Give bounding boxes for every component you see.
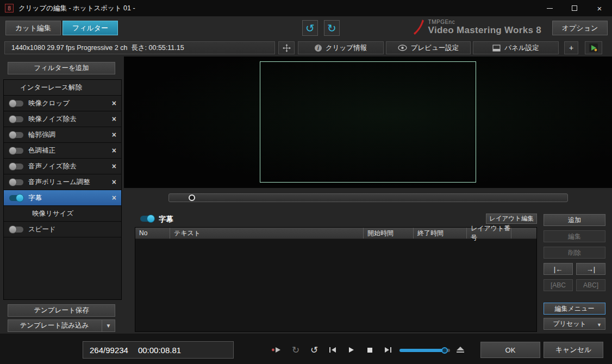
- app-window: 8 クリップの編集 - ホットスポット 01 - × カット編集 フィルター ↺…: [0, 0, 612, 364]
- seek-bar[interactable]: [168, 193, 568, 202]
- cancel-button[interactable]: キャンセル: [544, 342, 603, 358]
- add-panel-button[interactable]: +: [564, 41, 578, 54]
- edit-menu-button[interactable]: 編集メニュー: [544, 303, 605, 315]
- skip-back-icon: [328, 346, 337, 354]
- maximize-button[interactable]: [562, 0, 587, 16]
- tab-filter[interactable]: フィルター: [63, 21, 118, 35]
- plus-icon: +: [569, 43, 573, 52]
- video-noise-toggle[interactable]: [9, 116, 23, 122]
- filter-item-audio-noise[interactable]: 音声ノイズ除去 ×: [4, 159, 121, 174]
- filter-item-sharpen[interactable]: 輪郭強調 ×: [4, 127, 121, 143]
- remove-filter-icon[interactable]: ×: [112, 99, 116, 107]
- subtitle-table: No テキスト 開始時間 終了時間 レイアウト番号: [135, 227, 537, 332]
- remove-filter-icon[interactable]: ×: [112, 178, 116, 186]
- go-to-end-button[interactable]: [383, 346, 394, 354]
- minimize-button[interactable]: [537, 0, 562, 16]
- play-button[interactable]: [346, 346, 357, 354]
- filter-item-speed[interactable]: スピード: [4, 222, 121, 237]
- eject-button[interactable]: [457, 347, 464, 353]
- eye-icon: [398, 45, 407, 51]
- panel-layout-icon: [492, 45, 501, 52]
- filter-list: インターレース解除 映像クロップ × 映像ノイズ除去 × 輪郭強調 × 色調補正…: [3, 79, 122, 300]
- filter-item-deinterlace[interactable]: インターレース解除: [4, 80, 121, 96]
- close-button[interactable]: ×: [587, 0, 612, 16]
- preset-button[interactable]: プリセット ▼: [544, 318, 605, 330]
- chevron-down-icon[interactable]: ▼: [102, 320, 115, 331]
- clip-info-button[interactable]: i クリップ情報: [298, 41, 384, 54]
- subtitle-table-header: No テキスト 開始時間 終了時間 レイアウト番号: [135, 228, 536, 239]
- move-panel-handle[interactable]: [278, 41, 295, 54]
- filter-item-video-noise[interactable]: 映像ノイズ除去 ×: [4, 111, 121, 127]
- column-end-time: 終了時間: [414, 228, 467, 239]
- play-around-button[interactable]: [271, 346, 282, 354]
- stop-button[interactable]: [364, 346, 375, 354]
- column-blank: [511, 228, 536, 239]
- subtitle-toggle[interactable]: [9, 195, 23, 201]
- loop-button[interactable]: ↻: [290, 346, 301, 354]
- panel-settings-label: パネル設定: [504, 43, 539, 53]
- reset-position-button[interactable]: ↺: [309, 346, 320, 354]
- remove-filter-icon[interactable]: ×: [112, 194, 116, 202]
- volume-slider[interactable]: [399, 349, 450, 352]
- remove-filter-icon[interactable]: ×: [112, 115, 116, 123]
- seek-row: [124, 188, 612, 209]
- sharpen-toggle[interactable]: [9, 132, 23, 138]
- main-toolbar: カット編集 フィルター ↺ ↻ TMPGEnc Video Mastering …: [0, 16, 612, 40]
- subtitle-delete-button[interactable]: 削除: [544, 247, 605, 259]
- subtitle-add-button[interactable]: 追加: [544, 214, 605, 226]
- media-info: 1440x1080 29.97 fps Progressive 2 ch 長さ:…: [4, 41, 275, 54]
- abc-open-button[interactable]: [ABC: [544, 279, 573, 291]
- column-layout-number: レイアウト番号: [467, 228, 511, 239]
- set-start-time-button[interactable]: |←: [544, 263, 573, 275]
- column-text: テキスト: [170, 228, 364, 239]
- speed-toggle[interactable]: [9, 227, 23, 233]
- timecode: 00:00:08.81: [138, 346, 181, 355]
- remove-filter-icon[interactable]: ×: [112, 131, 116, 139]
- remove-filter-icon[interactable]: ×: [112, 162, 116, 170]
- redo-icon: ↻: [327, 22, 336, 35]
- color-correct-toggle[interactable]: [9, 148, 23, 154]
- panel-settings-button[interactable]: パネル設定: [473, 41, 559, 54]
- filter-item-subtitle[interactable]: 字幕 ×: [4, 190, 121, 206]
- filter-item-resize[interactable]: 映像リサイズ: [4, 206, 121, 222]
- abc-close-button[interactable]: ABC]: [576, 279, 605, 291]
- audio-noise-toggle[interactable]: [9, 164, 23, 170]
- subtitle-layout-frame: [260, 61, 476, 183]
- subtitle-panel: 字幕 レイアウト編集 No テキスト 開始時間 終了時間 レイアウト番号 追加 …: [124, 209, 612, 334]
- options-button[interactable]: オプション: [552, 21, 608, 35]
- batch-tool-button[interactable]: [585, 41, 602, 54]
- crop-toggle[interactable]: [9, 101, 23, 106]
- transport-bar: 264/99234 00:00:08.81 ↻ ↺: [0, 334, 612, 364]
- app-icon: 8: [5, 4, 14, 12]
- redo-button[interactable]: ↻: [324, 20, 340, 36]
- close-icon: ×: [597, 4, 602, 13]
- preview-settings-button[interactable]: プレビュー設定: [386, 41, 471, 54]
- tab-cut-edit[interactable]: カット編集: [5, 21, 61, 35]
- filter-sidebar: フィルターを追加 インターレース解除 映像クロップ × 映像ノイズ除去 × 輪郭…: [3, 57, 122, 334]
- app-logo: TMPGEnc Video Mastering Works 8: [412, 18, 541, 36]
- undo-button[interactable]: ↺: [302, 20, 318, 36]
- video-preview: [124, 57, 612, 188]
- go-to-start-button[interactable]: [327, 346, 338, 354]
- seek-handle[interactable]: [189, 194, 195, 201]
- filter-item-crop[interactable]: 映像クロップ ×: [4, 96, 121, 111]
- remove-filter-icon[interactable]: ×: [112, 147, 116, 154]
- filter-item-color-correct[interactable]: 色調補正 ×: [4, 143, 121, 159]
- clip-info-label: クリップ情報: [326, 43, 367, 53]
- ok-button[interactable]: OK: [480, 342, 540, 358]
- reset-position-icon: ↺: [310, 346, 318, 355]
- template-save-button[interactable]: テンプレート保存: [8, 304, 115, 317]
- batch-tool-icon: [589, 43, 598, 52]
- template-load-button[interactable]: テンプレート読み込み ▼: [8, 319, 115, 332]
- volume-handle[interactable]: [441, 347, 448, 354]
- subtitle-edit-button[interactable]: 編集: [544, 230, 605, 242]
- brand-name-small: TMPGEnc: [428, 19, 541, 25]
- move-icon: [283, 44, 291, 52]
- minimize-icon: [547, 8, 553, 9]
- subtitle-enable-toggle[interactable]: [140, 216, 154, 222]
- volume-adjust-toggle[interactable]: [9, 179, 23, 185]
- filter-item-volume[interactable]: 音声ボリューム調整 ×: [4, 174, 121, 190]
- set-end-time-button[interactable]: →|: [576, 263, 605, 275]
- add-filter-button[interactable]: フィルターを追加: [8, 62, 115, 74]
- layout-edit-button[interactable]: レイアウト編集: [486, 214, 537, 224]
